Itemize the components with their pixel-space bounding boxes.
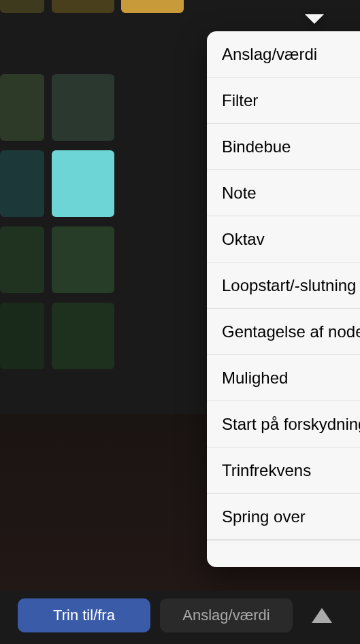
grid-cell[interactable] [52, 303, 114, 369]
menu-item-note-repeat[interactable]: Gentagelse af node [207, 309, 360, 355]
grid-cell-highlighted[interactable] [52, 150, 114, 217]
menu-toggle-button[interactable] [302, 598, 342, 632]
menu-item-label: Anslag/værdi [222, 45, 317, 64]
grid-cell[interactable] [0, 74, 44, 141]
menu-item-label: Trinfrekvens [222, 461, 311, 480]
button-label: Anslag/værdi [182, 607, 269, 624]
button-label: Trin til/fra [53, 607, 115, 624]
triangle-up-icon [312, 608, 332, 623]
menu-item-filter[interactable]: Filter [207, 78, 360, 124]
menu-item-label: Oktav [222, 230, 265, 249]
menu-item-velocity-value[interactable]: Anslag/værdi [207, 31, 360, 78]
menu-item-step-rate[interactable]: Trinfrekvens [207, 447, 360, 494]
popup-arrow-icon [305, 14, 324, 24]
menu-item-label: Gentagelse af node [222, 322, 360, 341]
menu-item-note[interactable]: Note [207, 170, 360, 216]
menu-item-octave[interactable]: Oktav [207, 216, 360, 262]
grid-cell[interactable] [0, 150, 44, 217]
grid-cell[interactable] [0, 303, 44, 369]
grid-cell[interactable] [0, 226, 44, 293]
menu-item-label: Bindebue [222, 137, 291, 156]
menu-item-loop-start-end[interactable]: Loopstart/-slutning [207, 262, 360, 309]
menu-item-label: Loopstart/-slutning [222, 276, 356, 295]
grid-cell[interactable] [52, 226, 114, 293]
grid-cell[interactable] [0, 0, 44, 13]
grid-cell[interactable] [52, 0, 114, 13]
menu-item-label: Filter [222, 91, 258, 110]
grid-cell-active[interactable] [121, 0, 184, 13]
menu-item-label: Start på forskydning [222, 415, 360, 434]
step-toggle-button[interactable]: Trin til/fra [18, 598, 150, 632]
bottom-toolbar: Trin til/fra Anslag/værdi [0, 591, 360, 644]
menu-item-tie[interactable]: Bindebue [207, 124, 360, 170]
menu-item-label: Spring over [222, 507, 306, 526]
menu-item-label: Note [222, 184, 257, 203]
menu-item-label: Mulighed [222, 369, 288, 388]
menu-item-chance[interactable]: Mulighed [207, 355, 360, 401]
edit-mode-popup-menu: Anslag/værdi Filter Bindebue Note Oktav … [207, 31, 360, 567]
menu-item-start-offset[interactable]: Start på forskydning [207, 401, 360, 447]
menu-footer-space [207, 540, 360, 567]
grid-cell[interactable] [52, 74, 114, 141]
menu-item-skip[interactable]: Spring over [207, 494, 360, 540]
velocity-value-button[interactable]: Anslag/værdi [160, 598, 293, 632]
